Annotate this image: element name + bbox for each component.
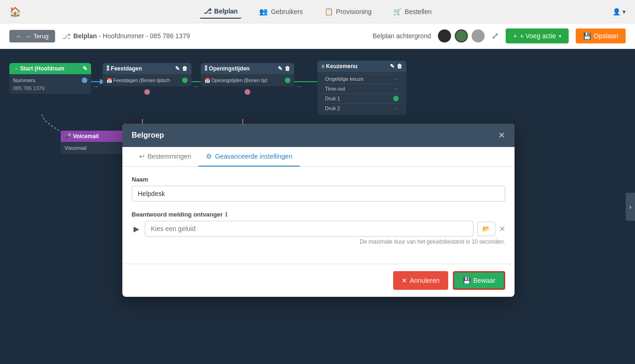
start-number: 085 786 1379: [13, 84, 87, 92]
keuzemenu-row-2: Time-out: [325, 86, 345, 91]
user-dropdown-arrow: ▾: [622, 8, 626, 15]
feestdagen-connector: [182, 77, 188, 83]
provisioning-icon: 📋: [325, 7, 333, 16]
right-group: Belplan achtergrond ⤢ + + Voeg actie ▾ 💾…: [373, 28, 626, 43]
openingstijden-body-text: 📅 Openingstijden (Binnen tijd: [205, 78, 267, 83]
openingstijden-header: ⁑ Openingstijden: [205, 65, 250, 72]
breadcrumb-text: Belplan - Hoofdnummer - 085 786 1379: [73, 32, 190, 40]
sound-group: Beantwoord melding ontvanger ℹ ▶ 📂 ✕ De …: [132, 211, 505, 245]
color-circles: [438, 29, 485, 42]
feestdagen-bottom-connector: [144, 89, 150, 95]
folder-button[interactable]: 📂: [477, 222, 495, 236]
modal-body: Naam Beantwoord melding ontvanger ℹ ▶ 📂: [122, 167, 515, 264]
keuzemenu-header: ≡ Keuzemenu: [321, 63, 358, 70]
node-feestdagen: ⁑ Feestdagen ✎ 🗑 📅 Feestdagen (Binnen ti…: [103, 63, 191, 86]
feestdagen-header: ⁑ Feestdagen: [106, 65, 142, 72]
right-expand-tab[interactable]: ›: [626, 193, 635, 221]
bewaar-icon: 💾: [463, 277, 471, 284]
start-connector: [82, 77, 87, 83]
add-icon: +: [513, 32, 517, 40]
play-button[interactable]: ▶: [132, 223, 141, 235]
nav-item-gebruikers[interactable]: 👥 Gebruikers: [255, 5, 306, 18]
modal-title: Belgroep: [132, 131, 164, 140]
arrow-3: →: [296, 83, 302, 90]
keuzemenu-arrow-4: →: [394, 105, 399, 111]
folder-icon: 📂: [482, 225, 490, 232]
keuzemenu-row-1: Ongeldige keuze: [325, 76, 364, 82]
nav-item-provisioning[interactable]: 📋 Provisioning: [321, 5, 375, 18]
play-icon: ▶: [134, 225, 139, 233]
tab-bestemmingen[interactable]: ↩ Bestemmingen: [132, 147, 198, 167]
naam-input[interactable]: [132, 186, 505, 202]
nav-item-belplan[interactable]: ⎇ Belplan: [200, 5, 242, 19]
arrow-2: →: [193, 83, 199, 90]
feestdagen-edit-icon[interactable]: ✎: [175, 65, 180, 72]
top-nav: 🏠 ⎇ Belplan 👥 Gebruikers 📋 Provisioning …: [0, 0, 635, 23]
keuzemenu-arrow-1: →: [394, 76, 399, 82]
modal-belgroep: Belgroep ✕ ↩ Bestemmingen ⚙ Geavanceerde…: [122, 124, 515, 297]
nav-right: 👤 ▾: [613, 8, 626, 15]
save-button[interactable]: 💾 Opslaan: [576, 28, 626, 43]
tab-geavanceerde-icon: ⚙: [206, 153, 212, 160]
naam-group: Naam: [132, 176, 505, 202]
sound-clear-button[interactable]: ✕: [499, 224, 505, 233]
cancel-icon: ✕: [402, 277, 407, 284]
keuzemenu-edit-icon[interactable]: ✎: [390, 63, 395, 70]
openingstijden-connector: [285, 77, 290, 83]
modal-footer: ✕ Annuleren 💾 Bewaar: [122, 264, 515, 297]
canvas-area: → Start (Hoofdnum ✎ Nummers 085 786 1379…: [0, 49, 635, 364]
expand-tab-icon: ›: [629, 203, 632, 210]
add-dropdown-arrow: ▾: [559, 34, 561, 39]
start-nummers-label: Nummers: [13, 77, 35, 83]
start-edit-icon[interactable]: ✎: [83, 65, 87, 72]
cancel-button[interactable]: ✕ Annuleren: [393, 271, 448, 290]
tab-geavanceerde[interactable]: ⚙ Geavanceerde instellingen: [198, 147, 300, 167]
belplan-icon: ⎇: [204, 7, 212, 15]
openingstijden-bottom-connector: [245, 89, 250, 95]
keuzemenu-arrow-2: →: [394, 86, 399, 91]
keuzemenu-delete-icon[interactable]: 🗑: [397, 63, 402, 70]
back-button[interactable]: ← ← Terug: [9, 30, 55, 42]
node-start: → Start (Hoofdnum ✎ Nummers 085 786 1379: [9, 63, 91, 94]
node-keuzemenu: ≡ Keuzemenu ✎ 🗑 Ongeldige keuze → Time-o…: [318, 61, 406, 115]
openingstijden-edit-icon[interactable]: ✎: [278, 65, 282, 72]
node-openingstijden: ⁑ Openingstijden ✎ 🗑 📅 Openingstijden (B…: [201, 63, 294, 86]
sound-clear-icon: ✕: [499, 225, 505, 233]
breadcrumb-icon: ⎇: [62, 32, 71, 41]
keuzemenu-row-4: Druk 2: [325, 105, 340, 111]
feestdagen-delete-icon[interactable]: 🗑: [182, 65, 188, 72]
breadcrumb: ⎇ Belplan - Hoofdnummer - 085 786 1379: [62, 32, 190, 41]
nav-home[interactable]: 🏠: [9, 6, 21, 17]
sound-hint: De maximale duur van het geluidsbestand …: [132, 238, 505, 245]
add-action-button[interactable]: + + Voeg actie ▾: [506, 28, 569, 43]
nav-items: ⎇ Belplan 👥 Gebruikers 📋 Provisioning 🛒 …: [200, 5, 436, 19]
keuzemenu-row-3: Druk 1: [325, 96, 340, 101]
openingstijden-delete-icon[interactable]: 🗑: [285, 65, 290, 72]
arrow-1: →: [92, 83, 99, 90]
sound-input[interactable]: [145, 221, 473, 237]
voicemail-label: Voicemail: [64, 145, 86, 151]
openingstijden-body: 📅 Openingstijden (Binnen tijd: [201, 74, 294, 86]
start-node-body: Nummers 085 786 1379: [9, 74, 91, 94]
second-bar: ← ← Terug ⎇ Belplan - Hoofdnummer - 085 …: [0, 23, 635, 49]
tab-bestemmingen-icon: ↩: [139, 153, 145, 160]
bewaar-button[interactable]: 💾 Bewaar: [453, 271, 505, 290]
nav-item-bestellen[interactable]: 🛒 Bestellen: [389, 5, 436, 18]
keuzemenu-druk1-connector: [393, 96, 399, 101]
sound-row: ▶ 📂 ✕: [132, 221, 505, 237]
expand-button[interactable]: ⤢: [492, 31, 499, 41]
modal-close-button[interactable]: ✕: [498, 130, 505, 140]
color-circle-green[interactable]: [455, 29, 468, 42]
back-arrow-icon: ←: [16, 33, 22, 40]
bestellen-icon: 🛒: [393, 7, 402, 16]
color-circle-dark[interactable]: [438, 29, 451, 42]
naam-label: Naam: [132, 176, 505, 183]
feestdagen-body-text: 📅 Feestdagen (Binnen tijdsch: [106, 78, 170, 83]
feestdagen-body: 📅 Feestdagen (Binnen tijdsch: [103, 74, 191, 86]
start-node-header: → Start (Hoofdnum: [13, 65, 64, 72]
left-group: ← ← Terug ⎇ Belplan - Hoofdnummer - 085 …: [9, 30, 190, 42]
sound-info-icon: ℹ: [225, 211, 227, 218]
modal-tabs: ↩ Bestemmingen ⚙ Geavanceerde instelling…: [122, 147, 515, 167]
color-circle-gray[interactable]: [472, 29, 485, 42]
user-menu-button[interactable]: 👤 ▾: [613, 8, 626, 15]
